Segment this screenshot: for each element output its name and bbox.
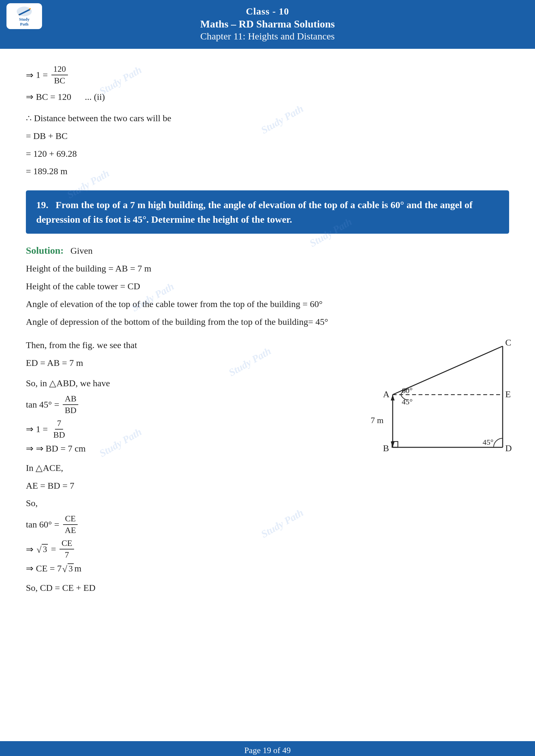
ce-value: ⇒ CE = 7 √ 3 m — [26, 563, 509, 574]
fraction-CE-AE: CE AE — [63, 514, 78, 535]
arrow-3: ⇒ — [26, 424, 33, 434]
geometry-diagram: A E B D C 7 m 60° 45° 45° — [354, 337, 516, 472]
svg-text:B: B — [383, 443, 389, 453]
header-subject: Maths – RD Sharma Solutions — [3, 18, 532, 30]
eq-BC=120: ⇒ BC = 120 ... (ii) — [26, 92, 509, 102]
ae-bd-7: AE = BD = 7 — [26, 479, 509, 493]
svg-text:7 m: 7 m — [371, 416, 383, 425]
eq-1=120/BC: ⇒ 1 = 120 BC — [26, 64, 509, 86]
db-plus-bc: = DB + BC — [26, 129, 509, 144]
page-header: Study Path Class - 10 Maths – RD Sharma … — [0, 0, 535, 49]
logo-icon — [16, 6, 32, 17]
sol-angle-depression: Angle of depression of the bottom of the… — [26, 315, 509, 329]
fraction-7-BD: 7 BD — [51, 418, 67, 440]
fraction-120-BC: 120 BC — [51, 64, 68, 86]
page-footer: Page 19 of 49 — [0, 741, 535, 756]
arrow-6: ⇒ — [26, 563, 33, 574]
sol-height-cable: Height of the cable tower = CD — [26, 279, 509, 294]
sqrt-3-inline: √ 3 — [62, 563, 74, 574]
svg-text:45°: 45° — [402, 397, 413, 406]
so-label: So, — [26, 496, 509, 511]
arrow-1: ⇒ — [26, 70, 33, 80]
arrow-4: ⇒ — [26, 443, 33, 454]
main-content: Study Path Study Path Study Path Study P… — [0, 49, 535, 756]
diagram-container: A E B D C 7 m 60° 45° 45° — [354, 337, 516, 472]
arrow-5: ⇒ — [26, 544, 33, 554]
tan60-eq: tan 60° = CE AE — [26, 514, 509, 535]
svg-marker-10 — [391, 395, 395, 400]
logo-text: Study Path — [19, 17, 30, 26]
fraction-CE-7: CE 7 — [60, 538, 74, 560]
header-class: Class - 10 — [3, 6, 532, 17]
fraction-AB-BD: AB BD — [63, 394, 78, 415]
svg-text:C: C — [505, 338, 511, 347]
svg-text:60°: 60° — [402, 386, 413, 395]
question-19-box: 19. From the top of a 7 m high building,… — [26, 190, 509, 234]
page-number: Page 19 of 49 — [244, 746, 291, 755]
cd-eq-ce-ed: So, CD = CE + ED — [26, 581, 509, 595]
distance-conclusion: ∴ Distance between the two cars will be — [26, 111, 509, 126]
final-distance: = 189.28 m — [26, 164, 509, 179]
sol-angle-elevation: Angle of elevation of the top of the cab… — [26, 297, 509, 311]
solution-header-line: Solution: Given — [26, 243, 509, 258]
svg-text:45°: 45° — [483, 438, 493, 446]
sqrt3-eq: ⇒ √ 3 = CE 7 — [26, 538, 509, 560]
logo: Study Path — [7, 3, 42, 29]
svg-text:A: A — [383, 389, 390, 399]
sol-height-building: Height of the building = AB = 7 m — [26, 261, 509, 276]
svg-text:D: D — [505, 443, 512, 453]
svg-marker-9 — [391, 442, 395, 447]
sum-values: = 120 + 69.28 — [26, 147, 509, 161]
arrow-2: ⇒ — [26, 92, 33, 102]
svg-text:E: E — [505, 389, 511, 399]
sqrt-symbol: √ 3 — [37, 544, 48, 554]
header-chapter: Chapter 11: Heights and Distances — [3, 31, 532, 42]
